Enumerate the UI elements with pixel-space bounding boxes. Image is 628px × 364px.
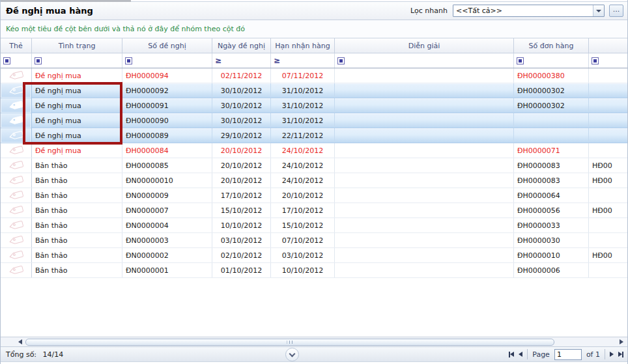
page-number-input[interactable] [554,349,582,360]
cell-dien-giai[interactable] [335,218,514,232]
cell-ngay-de-nghi[interactable]: 02/11/2012 [212,68,271,83]
table-row[interactable]: Đề nghị muaĐH000009130/10/201231/10/2012… [1,98,628,113]
cell-dien-giai[interactable] [335,173,514,188]
cell-so-de-nghi[interactable]: ĐN0000003 [122,233,212,247]
cell-extra[interactable] [589,233,628,247]
table-row[interactable]: Đề nghị muaĐH000009030/10/201231/10/2012 [1,113,628,128]
horizontal-scrollbar-thumb[interactable] [25,339,554,346]
cell-dien-giai[interactable] [335,233,514,247]
cell-extra[interactable]: HĐ00 [589,158,628,173]
quick-filter-value[interactable]: <<Tất cả>> [453,5,593,16]
cell-tinh-trang[interactable]: Bản thảo [32,173,122,188]
cell-han-nhan-hang[interactable]: 24/10/2012 [271,143,335,158]
cell-ngay-de-nghi[interactable]: 10/10/2012 [212,218,271,232]
cell-so-de-nghi[interactable]: ĐH0000084 [122,143,212,158]
cell-so-de-nghi[interactable]: ĐN0000001 [122,263,212,277]
cell-dien-giai[interactable] [335,113,514,128]
cell-ngay-de-nghi[interactable]: 20/10/2012 [212,173,271,188]
cell-tinh-trang[interactable]: Bản thảo [32,263,122,277]
cell-the[interactable] [1,248,32,262]
previous-page-button[interactable] [519,352,522,357]
cell-tinh-trang[interactable]: Đề nghị mua [32,68,122,83]
cell-dien-giai[interactable] [335,98,514,113]
cell-han-nhan-hang[interactable]: 31/10/2012 [271,113,335,128]
cell-han-nhan-hang[interactable]: 20/10/2012 [271,188,335,203]
filter-box-icon[interactable] [3,57,10,64]
cell-han-nhan-hang[interactable]: 07/10/2012 [271,233,335,247]
cell-tinh-trang[interactable]: Đề nghị mua [32,83,122,98]
cell-so-don-hang[interactable]: ĐH0000030 [514,233,589,247]
cell-so-de-nghi[interactable]: ĐH0000094 [122,68,212,83]
expand-panel-button[interactable] [285,348,299,361]
cell-ngay-de-nghi[interactable]: 01/10/2012 [212,263,271,277]
group-by-panel[interactable]: Kéo một tiêu đề cột bên dưới và thả nó ở… [1,20,627,38]
cell-so-de-nghi[interactable]: ĐN0000007 [122,203,212,217]
cell-extra[interactable] [589,263,628,277]
cell-extra[interactable] [589,128,628,143]
table-row[interactable]: Đề nghị muaĐH000009230/10/201231/10/2012… [1,83,628,98]
cell-so-de-nghi[interactable]: ĐH0000092 [122,83,212,98]
column-header-tinh-trang[interactable]: Tình trạng [32,38,122,53]
filter-cell-so-de-nghi[interactable] [122,53,212,68]
cell-so-don-hang[interactable]: ĐH0000071 [514,143,589,158]
cell-tinh-trang[interactable]: Bản thảo [32,158,122,173]
cell-dien-giai[interactable] [335,188,514,203]
filter-cell-ngay-de-nghi[interactable]: ≥ [212,53,271,68]
quick-filter-dropdown-button[interactable] [593,5,604,16]
column-header-ngay-de-nghi[interactable]: Ngày đề nghị [212,38,271,53]
table-row[interactable]: Đề nghị muaĐH000008420/10/201224/10/2012… [1,143,628,158]
cell-dien-giai[interactable] [335,143,514,158]
cell-so-de-nghi[interactable]: ĐN0000002 [122,248,212,262]
table-row[interactable]: Bản thảoĐN000000410/10/201215/10/2012ĐH0… [1,218,628,233]
cell-extra[interactable] [589,188,628,203]
cell-tinh-trang[interactable]: Đề nghị mua [32,98,122,113]
table-row[interactable]: Đề nghị muaĐH000008929/10/201222/11/2012 [1,128,628,143]
column-header-so-de-nghi[interactable]: Số đề nghị [122,38,212,53]
filter-box-icon[interactable] [35,57,42,64]
filter-cell-so-don-hang[interactable] [514,53,589,68]
table-row[interactable]: Bản thảoĐN000000101/10/201210/10/2012ĐH0… [1,263,628,278]
cell-so-don-hang[interactable]: ĐH0000056 [514,203,589,217]
cell-ngay-de-nghi[interactable]: 03/10/2012 [212,233,271,247]
scroll-left-arrow-icon[interactable] [18,339,22,344]
cell-so-don-hang[interactable]: ĐH0000083 [514,173,589,188]
cell-so-don-hang[interactable] [514,113,589,128]
cell-han-nhan-hang[interactable]: 31/10/2012 [271,98,335,113]
horizontal-scrollbar[interactable] [1,337,627,346]
column-header-han-nhan-hang[interactable]: Hạn nhận hàng [271,38,335,53]
cell-han-nhan-hang[interactable]: 24/10/2012 [271,158,335,173]
greater-equal-filter-icon[interactable]: ≥ [274,57,280,64]
table-row[interactable]: Bản thảoĐN000000715/10/201217/10/2012ĐH0… [1,203,628,218]
greater-equal-filter-icon[interactable]: ≥ [215,57,221,64]
cell-the[interactable] [1,143,32,158]
cell-ngay-de-nghi[interactable]: 30/10/2012 [212,83,271,98]
cell-so-de-nghi[interactable]: ĐH0000085 [122,158,212,173]
table-row[interactable]: Bản thảoĐH000008520/10/201224/10/2012ĐH0… [1,158,628,173]
cell-tinh-trang[interactable]: Đề nghị mua [32,113,122,128]
filter-cell-han-nhan-hang[interactable]: ≥ [271,53,335,68]
cell-extra[interactable] [589,68,628,83]
cell-tinh-trang[interactable]: Bản thảo [32,203,122,217]
cell-extra[interactable]: HĐ00 [589,203,628,217]
filter-cell-extra[interactable] [589,53,628,68]
cell-so-don-hang[interactable]: ĐH00000302 [514,83,589,98]
table-row[interactable]: Đề nghị muaĐH000009402/11/201207/11/2012… [1,68,628,83]
cell-the[interactable] [1,113,32,128]
column-header-so-don-hang[interactable]: Số đơn hàng [514,38,589,53]
cell-the[interactable] [1,233,32,247]
cell-han-nhan-hang[interactable]: 31/10/2012 [271,83,335,98]
cell-extra[interactable]: HĐ00 [589,173,628,188]
cell-dien-giai[interactable] [335,203,514,217]
cell-ngay-de-nghi[interactable]: 29/10/2012 [212,128,271,143]
cell-the[interactable] [1,68,32,83]
cell-the[interactable] [1,83,32,98]
filter-cell-dien-giai[interactable] [335,53,514,68]
cell-the[interactable] [1,263,32,277]
table-row[interactable]: Bản thảoĐN000000917/10/201220/10/2012ĐH0… [1,188,628,203]
cell-han-nhan-hang[interactable]: 07/11/2012 [271,68,335,83]
cell-tinh-trang[interactable]: Đề nghị mua [32,128,122,143]
cell-ngay-de-nghi[interactable]: 20/10/2012 [212,158,271,173]
cell-dien-giai[interactable] [335,83,514,98]
cell-so-don-hang[interactable]: ĐH0000033 [514,218,589,232]
cell-so-don-hang[interactable]: ĐH0000083 [514,158,589,173]
